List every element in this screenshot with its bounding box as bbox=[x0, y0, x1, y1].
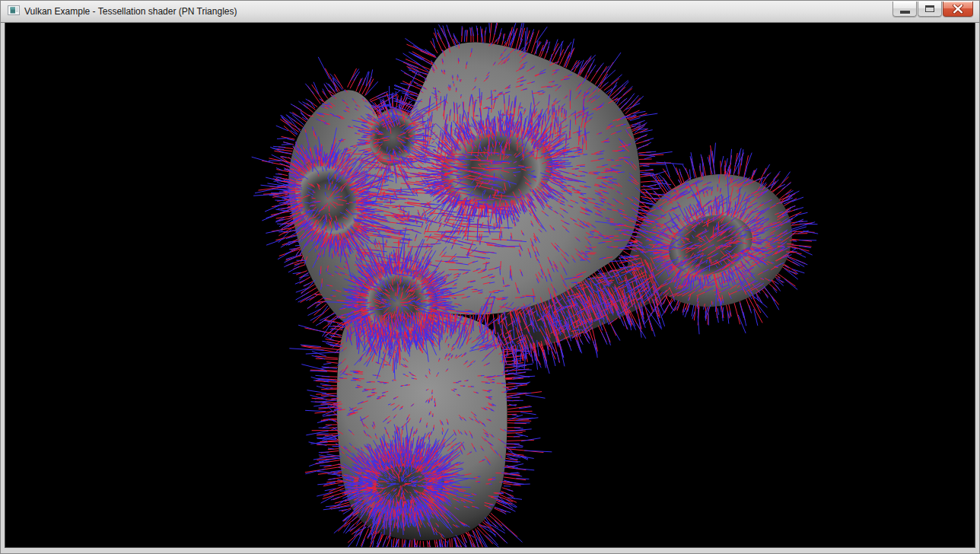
minimize-icon bbox=[900, 11, 910, 14]
maximize-button[interactable] bbox=[918, 2, 942, 17]
minimize-button[interactable] bbox=[892, 2, 917, 17]
app-window: Vulkan Example - Tessellation shader (PN… bbox=[0, 0, 980, 554]
client-area bbox=[5, 23, 975, 548]
close-icon bbox=[953, 5, 963, 14]
maximize-icon bbox=[925, 5, 934, 12]
application-icon bbox=[8, 5, 20, 17]
window-title: Vulkan Example - Tessellation shader (PN… bbox=[24, 1, 237, 22]
render-viewport[interactable] bbox=[5, 23, 975, 547]
close-button[interactable] bbox=[943, 2, 973, 17]
app-icon[interactable] bbox=[8, 5, 20, 17]
window-controls bbox=[892, 2, 973, 17]
title-bar[interactable]: Vulkan Example - Tessellation shader (PN… bbox=[1, 1, 979, 23]
